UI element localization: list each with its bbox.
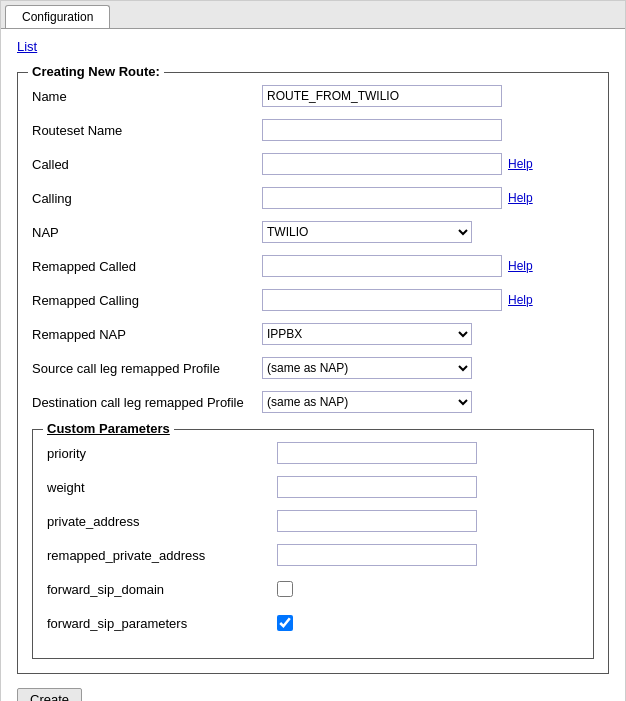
weight-label: weight [47,480,277,495]
remapped-calling-help-link[interactable]: Help [508,293,533,307]
calling-row: Calling Help [32,185,594,211]
remapped-calling-field: Help [262,289,533,311]
called-label: Called [32,157,262,172]
name-input[interactable] [262,85,502,107]
create-button[interactable]: Create [17,688,82,701]
tab-bar: Configuration [1,1,625,29]
forward-sip-parameters-label: forward_sip_parameters [47,616,277,631]
list-link[interactable]: List [17,39,37,54]
weight-row: weight [47,474,579,500]
remapped-private-address-row: remapped_private_address [47,542,579,568]
remapped-called-row: Remapped Called Help [32,253,594,279]
forward-sip-parameters-row: forward_sip_parameters [47,610,579,636]
forward-sip-parameters-checkbox[interactable] [277,615,293,631]
dest-profile-label: Destination call leg remapped Profile [32,395,262,410]
remapped-calling-label: Remapped Calling [32,293,262,308]
routeset-input[interactable] [262,119,502,141]
creating-route-section: Creating New Route: Name Routeset Name C… [17,72,609,674]
calling-label: Calling [32,191,262,206]
custom-parameters-legend: Custom Parameters [43,421,174,436]
routeset-label: Routeset Name [32,123,262,138]
called-field: Help [262,153,533,175]
remapped-nap-field: IPPBX TWILIO [262,323,472,345]
private-address-row: private_address [47,508,579,534]
remapped-called-input[interactable] [262,255,502,277]
remapped-nap-select[interactable]: IPPBX TWILIO [262,323,472,345]
weight-input[interactable] [277,476,477,498]
name-label: Name [32,89,262,104]
calling-field: Help [262,187,533,209]
name-field [262,85,502,107]
nap-row: NAP TWILIO IPPBX [32,219,594,245]
tab-configuration[interactable]: Configuration [5,5,110,28]
dest-profile-select[interactable]: (same as NAP) [262,391,472,413]
called-help-link[interactable]: Help [508,157,533,171]
nap-label: NAP [32,225,262,240]
main-window: Configuration List Creating New Route: N… [0,0,626,701]
remapped-private-address-input[interactable] [277,544,477,566]
remapped-calling-input[interactable] [262,289,502,311]
remapped-private-address-label: remapped_private_address [47,548,277,563]
source-profile-field: (same as NAP) [262,357,472,379]
private-address-input[interactable] [277,510,477,532]
priority-label: priority [47,446,277,461]
custom-parameters-section: Custom Parameters priority weight privat… [32,429,594,659]
routeset-row: Routeset Name [32,117,594,143]
priority-input[interactable] [277,442,477,464]
forward-sip-domain-label: forward_sip_domain [47,582,277,597]
source-profile-label: Source call leg remapped Profile [32,361,262,376]
nap-field: TWILIO IPPBX [262,221,472,243]
source-profile-select[interactable]: (same as NAP) [262,357,472,379]
called-row: Called Help [32,151,594,177]
remapped-calling-row: Remapped Calling Help [32,287,594,313]
remapped-nap-label: Remapped NAP [32,327,262,342]
name-row: Name [32,83,594,109]
forward-sip-domain-row: forward_sip_domain [47,576,579,602]
calling-help-link[interactable]: Help [508,191,533,205]
source-profile-row: Source call leg remapped Profile (same a… [32,355,594,381]
remapped-called-label: Remapped Called [32,259,262,274]
calling-input[interactable] [262,187,502,209]
called-input[interactable] [262,153,502,175]
nap-select[interactable]: TWILIO IPPBX [262,221,472,243]
routeset-field [262,119,502,141]
dest-profile-field: (same as NAP) [262,391,472,413]
remapped-called-field: Help [262,255,533,277]
remapped-called-help-link[interactable]: Help [508,259,533,273]
section-legend: Creating New Route: [28,64,164,79]
forward-sip-domain-checkbox[interactable] [277,581,293,597]
private-address-label: private_address [47,514,277,529]
priority-row: priority [47,440,579,466]
remapped-nap-row: Remapped NAP IPPBX TWILIO [32,321,594,347]
page-content: List Creating New Route: Name Routeset N… [1,29,625,701]
dest-profile-row: Destination call leg remapped Profile (s… [32,389,594,415]
